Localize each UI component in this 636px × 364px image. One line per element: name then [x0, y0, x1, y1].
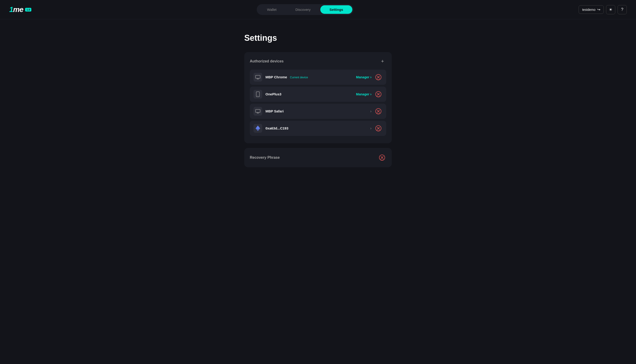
chevron-right-icon: › [370, 75, 372, 79]
logout-icon: ↪ [597, 7, 600, 12]
username-label: testdemo [582, 8, 596, 12]
ethereum-icon [254, 124, 262, 133]
no-role: › [370, 126, 372, 130]
delete-device-button-eth[interactable] [374, 124, 382, 132]
recovery-phrase-button[interactable] [378, 154, 386, 162]
user-button[interactable]: testdemo ↪ [578, 5, 604, 14]
device-role: Manager › [356, 92, 372, 96]
device-info: OnePlus3 [266, 92, 356, 96]
chevron-right-icon: › [370, 92, 372, 96]
no-role: › [370, 109, 372, 113]
page-title: Settings [244, 33, 392, 43]
logo: 1me [9, 5, 23, 14]
delete-device-button-mbp-chrome[interactable] [374, 73, 382, 81]
version-badge: 1.0 [25, 8, 31, 12]
device-role: Manager › [356, 75, 372, 79]
delete-device-button-oneplus3[interactable] [374, 90, 382, 98]
delete-device-button-mbp-safari[interactable] [374, 107, 382, 116]
tab-wallet[interactable]: Wallet [258, 5, 286, 14]
help-button[interactable]: ? [618, 5, 627, 14]
device-info: MBP Chrome Current device [266, 75, 356, 79]
monitor-icon [254, 107, 262, 116]
recovery-row: Recovery Phrase [250, 154, 386, 162]
device-info: 0xa63d...C193 [266, 126, 370, 130]
device-name: MBP Safari [266, 109, 284, 113]
tab-settings[interactable]: Settings [320, 5, 352, 14]
device-name: MBP Chrome [266, 75, 287, 79]
svg-point-3 [258, 96, 258, 96]
authorized-devices-title: Authorized devices [250, 59, 284, 63]
chevron-right-icon: › [370, 126, 372, 130]
recovery-phrase-card: Recovery Phrase [244, 148, 392, 167]
device-row-mbp-safari[interactable]: MBP Safari › [250, 104, 386, 119]
phone-icon [254, 90, 262, 98]
help-icon: ? [621, 7, 623, 12]
authorized-devices-card: Authorized devices + MBP Chrome Current … [244, 52, 392, 143]
tab-discovery[interactable]: Discovery [286, 5, 320, 14]
logo-area: 1me 1.0 [9, 5, 31, 14]
sun-icon: ☀ [609, 7, 612, 12]
device-info: MBP Safari [266, 109, 370, 113]
card-header: Authorized devices + [250, 58, 386, 65]
current-device-badge: Current device [290, 76, 308, 79]
device-name: 0xa63d...C193 [266, 126, 288, 130]
theme-toggle-button[interactable]: ☀ [606, 5, 615, 14]
svg-rect-5 [256, 110, 260, 112]
device-row-oneplus3[interactable]: OnePlus3 Manager › [250, 86, 386, 102]
monitor-icon [254, 73, 262, 82]
svg-rect-0 [256, 75, 260, 78]
add-device-button[interactable]: + [379, 58, 386, 65]
device-row-eth[interactable]: 0xa63d...C193 › [250, 121, 386, 136]
header-right: testdemo ↪ ☀ ? [578, 5, 627, 14]
device-name: OnePlus3 [266, 92, 281, 96]
device-row-mbp-chrome[interactable]: MBP Chrome Current device Manager › [250, 70, 386, 85]
recovery-phrase-label: Recovery Phrase [250, 156, 280, 160]
chevron-right-icon: › [370, 109, 372, 113]
main-nav: Wallet Discovery Settings [257, 4, 354, 15]
